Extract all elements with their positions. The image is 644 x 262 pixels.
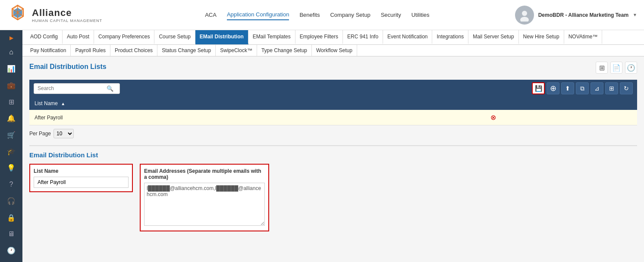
delete-icon[interactable]: ⊗ bbox=[490, 114, 496, 121]
col-list-name[interactable]: List Name ▲ bbox=[29, 97, 485, 110]
list-name-input[interactable] bbox=[34, 177, 129, 188]
nav-app-config[interactable]: Application Configuration bbox=[227, 9, 289, 20]
copy-icon: ⧉ bbox=[580, 85, 584, 92]
nav-company-setup[interactable]: Company Setup bbox=[330, 10, 370, 20]
headphone-icon: 🎧 bbox=[7, 197, 16, 205]
tab-course-setup[interactable]: Course Setup bbox=[154, 30, 195, 44]
tab-workflow-setup[interactable]: Workflow Setup bbox=[312, 45, 357, 56]
history-icon: 🕐 bbox=[627, 64, 635, 72]
per-page-select[interactable]: 10 25 50 100 bbox=[53, 129, 74, 138]
copy-btn[interactable]: ⧉ bbox=[576, 82, 589, 94]
sidebar-item-briefcase[interactable]: 💼 bbox=[2, 78, 21, 93]
page-title: Email Distribution Lists bbox=[29, 63, 107, 71]
email-field-label: Email Addresses (Separate multiple email… bbox=[144, 168, 265, 180]
sidebar-item-lock[interactable]: 🔒 bbox=[2, 210, 21, 225]
grid-view-icon: ⊞ bbox=[599, 64, 605, 72]
user-dropdown-arrow[interactable]: ▼ bbox=[633, 12, 637, 17]
refresh-icon: ↻ bbox=[624, 85, 629, 92]
add-btn[interactable]: ⊕ bbox=[547, 82, 559, 94]
sidebar-item-grid[interactable]: ⊞ bbox=[2, 94, 21, 109]
table-view-btn[interactable]: ⊞ bbox=[605, 82, 618, 94]
monitor-icon: 🖥 bbox=[8, 230, 15, 238]
tab-swipeclock[interactable]: SwipeClock™ bbox=[216, 45, 257, 56]
search-input[interactable] bbox=[38, 85, 107, 91]
nav-aca[interactable]: ACA bbox=[205, 10, 217, 20]
sidebar-item-graduation[interactable]: 🎓 bbox=[2, 143, 21, 159]
tab-new-hire-setup[interactable]: New Hire Setup bbox=[519, 30, 564, 44]
top-header: Alliance HUMAN CAPITAL MANAGEMENT ACA Ap… bbox=[0, 0, 644, 30]
user-area[interactable]: DemoBDR - Alliance Marketing Team ▼ bbox=[515, 6, 637, 25]
tab-pay-notification[interactable]: Pay Notification bbox=[26, 45, 71, 56]
per-page-row: Per Page 10 25 50 100 bbox=[29, 125, 637, 142]
page-body: Email Distribution Lists ⊞ 📄 🕐 bbox=[22, 56, 644, 242]
save-btn[interactable]: 💾 bbox=[532, 82, 545, 94]
save-icon: 💾 bbox=[535, 85, 542, 92]
sub-nav-row1: AOD Config Auto Post Company Preferences… bbox=[22, 30, 644, 45]
bottom-section-title: Email Distribution List bbox=[29, 151, 637, 159]
main-content: AOD Config Auto Post Company Preferences… bbox=[22, 30, 644, 262]
refresh-btn[interactable]: ↻ bbox=[620, 82, 633, 94]
nav-security[interactable]: Security bbox=[381, 10, 401, 20]
avatar bbox=[515, 6, 534, 25]
sidebar-item-bell[interactable]: 🔔 bbox=[2, 111, 21, 126]
sub-nav-row2: Pay Notification Payroll Rules Product C… bbox=[22, 45, 644, 56]
home-icon: ⌂ bbox=[9, 48, 13, 56]
brand-subtitle: HUMAN CAPITAL MANAGEMENT bbox=[32, 19, 102, 23]
logo-text: Alliance HUMAN CAPITAL MANAGEMENT bbox=[32, 7, 102, 23]
svg-point-6 bbox=[522, 11, 527, 16]
sort-arrow: ▲ bbox=[61, 101, 65, 106]
tab-aod-config[interactable]: AOD Config bbox=[26, 30, 63, 44]
email-textarea[interactable]: l██████@alliancehcm.com,l██████@alliance… bbox=[144, 183, 265, 226]
tab-email-templates[interactable]: EMail Templates bbox=[248, 30, 295, 44]
clock-icon: 🕐 bbox=[7, 246, 16, 255]
tab-company-preferences[interactable]: Company Preferences bbox=[94, 30, 154, 44]
tab-type-change-setup[interactable]: Type Change Setup bbox=[257, 45, 312, 56]
nav-benefits[interactable]: Benefits bbox=[299, 10, 320, 20]
sidebar-expand-btn[interactable]: ▶ bbox=[7, 34, 16, 42]
main-layout: ▶ ⌂ 📊 💼 ⊞ 🔔 🛒 🎓 💡 ? 🎧 bbox=[0, 30, 644, 262]
question-icon: ? bbox=[9, 181, 13, 188]
export-btn[interactable]: ⬆ bbox=[561, 82, 574, 94]
sidebar-item-chart[interactable]: 📊 bbox=[2, 61, 21, 77]
sidebar-item-home[interactable]: ⌂ bbox=[2, 44, 21, 60]
search-box: 🔍 bbox=[34, 83, 120, 94]
sidebar-item-clock[interactable]: 🕐 bbox=[2, 243, 21, 259]
export-icon: ⬆ bbox=[565, 85, 570, 92]
table-row[interactable]: After Payroll ⊗ bbox=[29, 110, 637, 125]
form-area: List Name Email Addresses (Separate mult… bbox=[29, 164, 637, 231]
document-btn[interactable]: 📄 bbox=[610, 62, 622, 74]
sidebar-item-cart[interactable]: 🛒 bbox=[2, 127, 21, 143]
history-btn[interactable]: 🕐 bbox=[625, 62, 637, 74]
tab-employee-filters[interactable]: Employee Filters bbox=[295, 30, 343, 44]
table-icon: ⊞ bbox=[609, 85, 614, 92]
briefcase-icon: 💼 bbox=[7, 81, 16, 90]
sidebar-item-monitor[interactable]: 🖥 bbox=[2, 226, 21, 242]
tab-integrations[interactable]: Integrations bbox=[432, 30, 468, 44]
grid-view-btn[interactable]: ⊞ bbox=[596, 62, 608, 74]
add-icon: ⊕ bbox=[550, 84, 556, 93]
tab-event-notification[interactable]: Event Notification bbox=[383, 30, 432, 44]
filter-btn[interactable]: ⊿ bbox=[591, 82, 603, 94]
tab-product-choices[interactable]: Product Choices bbox=[110, 45, 157, 56]
tab-novatime[interactable]: NOVAtime™ bbox=[564, 30, 603, 44]
tab-auto-post[interactable]: Auto Post bbox=[63, 30, 94, 44]
tab-erc-941[interactable]: ERC 941 Info bbox=[343, 30, 383, 44]
sidebar: ▶ ⌂ 📊 💼 ⊞ 🔔 🛒 🎓 💡 ? 🎧 bbox=[0, 30, 22, 262]
sidebar-item-lightbulb[interactable]: 💡 bbox=[2, 160, 21, 176]
graduation-icon: 🎓 bbox=[7, 147, 16, 156]
filter-icon: ⊿ bbox=[594, 85, 600, 92]
tab-payroll-rules[interactable]: Payroll Rules bbox=[71, 45, 110, 56]
lock-icon: 🔒 bbox=[7, 214, 16, 222]
cart-icon: 🛒 bbox=[7, 131, 16, 139]
list-name-label: List Name bbox=[34, 168, 129, 174]
nav-utilities[interactable]: Utilities bbox=[412, 10, 430, 20]
cell-list-name: After Payroll bbox=[29, 110, 485, 125]
tab-email-distribution[interactable]: EMail Distribution bbox=[195, 30, 248, 44]
tab-mail-server-setup[interactable]: Mail Server Setup bbox=[468, 30, 518, 44]
top-nav: ACA Application Configuration Benefits C… bbox=[119, 9, 515, 20]
tab-status-change-setup[interactable]: Status Change Setup bbox=[157, 45, 216, 56]
search-icon: 🔍 bbox=[107, 85, 113, 92]
sidebar-item-headphone[interactable]: 🎧 bbox=[2, 193, 21, 209]
sidebar-item-question[interactable]: ? bbox=[2, 177, 21, 192]
toolbar-row: 🔍 💾 ⊕ ⬆ ⧉ ⊿ ⊞ bbox=[29, 80, 637, 97]
